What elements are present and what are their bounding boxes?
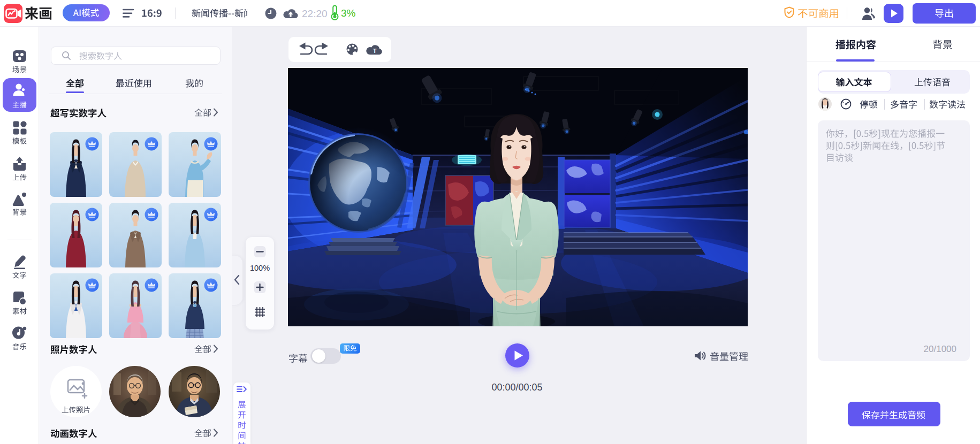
svg-text:T: T [373,48,377,54]
